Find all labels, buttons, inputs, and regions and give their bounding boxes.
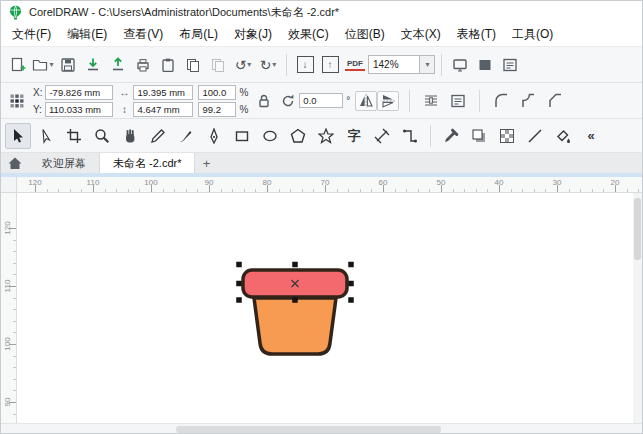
star-shape-icon	[318, 128, 334, 144]
object-width-field[interactable]	[133, 85, 193, 100]
horizontal-scrollbar[interactable]	[1, 423, 642, 434]
drop-shadow-tool[interactable]	[466, 123, 492, 149]
round-corner-button[interactable]	[490, 89, 512, 113]
tab-untitled-document[interactable]: 未命名 -2.cdr*	[100, 153, 195, 173]
flower-pot-body[interactable]	[254, 298, 336, 354]
y-position-field[interactable]	[45, 102, 113, 117]
mirror-vertical-button[interactable]	[377, 91, 399, 111]
pan-tool[interactable]	[117, 123, 143, 149]
menu-item-edit[interactable]: 编辑(E)	[59, 23, 115, 46]
menu-item-view[interactable]: 查看(V)	[115, 23, 171, 46]
options-button[interactable]	[498, 52, 522, 78]
chamfered-corner-button[interactable]	[544, 89, 566, 113]
menu-item-layout[interactable]: 布局(L)	[171, 23, 226, 46]
open-from-cloud-button[interactable]	[81, 52, 105, 78]
scalloped-corner-icon	[520, 93, 536, 109]
chevron-down-icon[interactable]: ▾	[272, 60, 276, 69]
toolbar-separator	[441, 54, 442, 76]
redo-button[interactable]: ↻▾	[256, 52, 280, 78]
save-to-cloud-button[interactable]	[106, 52, 130, 78]
rotation-angle-field[interactable]	[299, 93, 343, 108]
menu-item-object[interactable]: 对象(J)	[226, 23, 280, 46]
mirror-horizontal-icon	[358, 93, 374, 109]
connector-tool[interactable]	[397, 123, 423, 149]
zoom-level-input[interactable]	[368, 55, 420, 74]
interactive-fill-tool[interactable]	[550, 123, 576, 149]
scale-y-field[interactable]	[198, 102, 236, 117]
selection-handle-bottom-center[interactable]	[292, 297, 298, 303]
lock-ratio-button[interactable]	[253, 89, 275, 113]
horizontal-ruler[interactable]: 120 110 100 90 80 70 60 50 40 30 20	[17, 177, 642, 193]
selection-handle-middle-left[interactable]	[236, 281, 242, 287]
zoom-tool[interactable]	[89, 123, 115, 149]
color-eyedropper-tool[interactable]	[438, 123, 464, 149]
hand-icon	[122, 128, 138, 144]
chevron-down-icon: ▾	[49, 60, 53, 69]
toolbox-overflow-button[interactable]: «	[578, 123, 604, 149]
publish-pdf-button[interactable]: PDF	[343, 52, 367, 78]
transparency-tool[interactable]	[494, 123, 520, 149]
wrap-text-button[interactable]	[420, 89, 442, 113]
crop-tool[interactable]	[61, 123, 87, 149]
ruler-label: 90	[200, 178, 218, 187]
dimension-tool[interactable]	[369, 123, 395, 149]
tab-label: 欢迎屏幕	[42, 156, 86, 171]
new-tab-button[interactable]: +	[195, 153, 217, 173]
export-button[interactable]: ↑	[318, 52, 342, 78]
redo-icon: ↻	[260, 58, 272, 72]
round-corner-icon	[493, 93, 509, 109]
show-rulers-button[interactable]	[473, 52, 497, 78]
tab-welcome-screen[interactable]: 欢迎屏幕	[29, 153, 100, 173]
object-properties-button[interactable]	[447, 89, 469, 113]
paste-button[interactable]	[156, 52, 180, 78]
selection-handle-top-center[interactable]	[292, 262, 298, 268]
print-button[interactable]	[131, 52, 155, 78]
chamfered-corner-icon	[547, 93, 563, 109]
zoom-dropdown-button[interactable]: ▾	[420, 55, 435, 74]
menu-item-table[interactable]: 表格(T)	[449, 23, 504, 46]
polygon-tool[interactable]	[285, 123, 311, 149]
open-document-button[interactable]: ▾	[31, 52, 55, 78]
object-height-field[interactable]	[133, 102, 193, 117]
freehand-tool[interactable]	[145, 123, 171, 149]
selection-handle-middle-right[interactable]	[348, 281, 354, 287]
menu-item-tools[interactable]: 工具(O)	[504, 23, 561, 46]
outline-pen-tool[interactable]	[522, 123, 548, 149]
import-button[interactable]: ↓	[293, 52, 317, 78]
rectangle-tool[interactable]	[229, 123, 255, 149]
pen-tool[interactable]	[201, 123, 227, 149]
menu-bar: 文件(F) 编辑(E) 查看(V) 布局(L) 对象(J) 效果(C) 位图(B…	[1, 23, 642, 47]
scalloped-corner-button[interactable]	[517, 89, 539, 113]
selection-handle-top-right[interactable]	[348, 262, 354, 268]
undo-button[interactable]: ↺▾	[231, 52, 255, 78]
text-tool[interactable]: 字	[341, 123, 367, 149]
horizontal-scrollbar-thumb[interactable]	[176, 426, 441, 433]
vertical-ruler[interactable]: 120 110 100 90	[1, 193, 17, 423]
menu-item-bitmaps[interactable]: 位图(B)	[337, 23, 393, 46]
selection-handle-top-left[interactable]	[236, 262, 242, 268]
mirror-horizontal-button[interactable]	[355, 91, 377, 111]
selection-handle-bottom-right[interactable]	[348, 297, 354, 303]
selection-handle-bottom-left[interactable]	[236, 297, 242, 303]
ellipse-tool[interactable]	[257, 123, 283, 149]
copy-button[interactable]	[181, 52, 205, 78]
menu-item-effects[interactable]: 效果(C)	[280, 23, 337, 46]
ruler-label: 120	[3, 218, 13, 238]
scale-x-field[interactable]	[198, 85, 236, 100]
menu-item-text[interactable]: 文本(X)	[393, 23, 449, 46]
shape-tool[interactable]	[33, 123, 59, 149]
new-document-button[interactable]	[6, 52, 30, 78]
x-position-field[interactable]	[45, 85, 113, 100]
save-button[interactable]	[56, 52, 80, 78]
vertical-scrollbar[interactable]	[633, 193, 642, 423]
welcome-home-button[interactable]	[1, 153, 29, 173]
common-shapes-tool[interactable]	[313, 123, 339, 149]
menu-item-file[interactable]: 文件(F)	[4, 23, 59, 46]
pick-tool[interactable]	[5, 123, 31, 149]
vertical-scrollbar-thumb[interactable]	[634, 198, 641, 260]
artistic-media-tool[interactable]	[173, 123, 199, 149]
overflow-chevrons-icon: «	[587, 129, 594, 142]
fullscreen-preview-button[interactable]	[448, 52, 472, 78]
drawing-canvas[interactable]	[17, 193, 633, 423]
chevron-down-icon[interactable]: ▾	[247, 60, 251, 69]
